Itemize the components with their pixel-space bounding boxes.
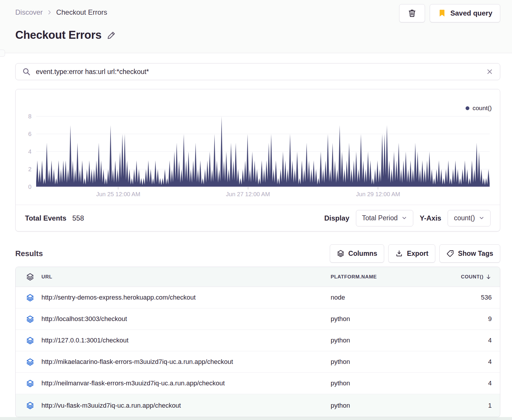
columns-button-label: Columns: [348, 250, 377, 258]
page-header: Discover Checkout Errors Saved query Che…: [0, 0, 512, 53]
events-chart-panel: count() 02468Jun 25 12:00 AMJun 27 12:00…: [15, 89, 500, 231]
row-drilldown-stack-icon[interactable]: [26, 337, 41, 345]
breadcrumb-current: Checkout Errors: [56, 8, 107, 16]
search-icon: [22, 67, 31, 76]
edit-title-icon[interactable]: [107, 31, 116, 40]
sidebar-collapse-handle[interactable]: [0, 50, 5, 57]
search-bar[interactable]: [15, 63, 500, 80]
row-url[interactable]: http://vu-flask-m3uuizd7iq-uc.a.run.app/…: [41, 402, 331, 409]
row-drilldown-stack-icon[interactable]: [26, 401, 41, 409]
column-header-count[interactable]: COUNT(): [427, 274, 492, 280]
discover-saved-query-page: Discover Checkout Errors Saved query Che…: [0, 0, 512, 417]
row-platform: python: [331, 337, 427, 344]
trash-icon: [408, 9, 416, 18]
download-icon: [395, 250, 403, 257]
row-drilldown-stack-icon[interactable]: [26, 379, 41, 387]
show-tags-button-label: Show Tags: [458, 250, 493, 258]
events-chart[interactable]: 02468Jun 25 12:00 AMJun 27 12:00 AMJun 2…: [16, 89, 500, 205]
row-platform: node: [331, 294, 427, 301]
table-row: http://neilmanvar-flask-errors-m3uuizd7i…: [16, 373, 500, 394]
row-count: 4: [427, 337, 492, 344]
chart-canvas: [36, 110, 490, 193]
saved-query-button[interactable]: Saved query: [430, 4, 500, 22]
stack-layers-icon: [337, 250, 344, 257]
row-url[interactable]: http://127.0.0.1:3001/checkout: [41, 337, 331, 344]
row-count: 4: [427, 379, 492, 387]
row-url[interactable]: http://neilmanvar-flask-errors-m3uuizd7i…: [41, 379, 331, 387]
row-url[interactable]: http://localhost:3003/checkout: [41, 315, 331, 323]
row-drilldown-stack-icon[interactable]: [26, 315, 41, 323]
row-count: 4: [427, 358, 492, 366]
display-value: Total Period: [362, 214, 398, 222]
breadcrumb-discover[interactable]: Discover: [15, 8, 43, 16]
display-label: Display: [324, 214, 349, 222]
row-count: 1: [427, 402, 492, 409]
export-button-label: Export: [407, 250, 428, 258]
y-axis-value: count(): [454, 214, 475, 222]
row-count: 536: [427, 294, 492, 301]
tag-icon: [446, 250, 454, 257]
search-input[interactable]: [35, 68, 481, 76]
x-axis-tick-label: Jun 29 12:00 AM: [346, 191, 410, 198]
results-heading: Results: [15, 249, 43, 258]
header-stack-icon[interactable]: [26, 273, 41, 281]
display-select[interactable]: Total Period: [356, 210, 413, 226]
page-bottom-edge: [0, 417, 512, 420]
x-axis-tick-label: Jun 27 12:00 AM: [216, 191, 280, 198]
bookmark-icon: [438, 9, 446, 18]
delete-query-button[interactable]: [399, 4, 425, 22]
show-tags-button[interactable]: Show Tags: [439, 244, 500, 263]
table-row: http://127.0.0.1:3001/checkoutpython4: [16, 330, 500, 351]
page-title: Checkout Errors: [15, 29, 101, 41]
breadcrumb: Discover Checkout Errors: [15, 8, 107, 16]
count-header-label: COUNT(): [461, 274, 483, 280]
row-platform: python: [331, 402, 427, 409]
columns-button[interactable]: Columns: [330, 244, 384, 263]
legend-label: count(): [473, 105, 492, 112]
table-row: http://mikaelacarino-flask-errors-m3uuiz…: [16, 351, 500, 373]
y-axis-tick-label: 2: [18, 165, 31, 173]
total-events-label: Total Events: [25, 214, 66, 222]
column-header-platform[interactable]: PLATFORM.NAME: [331, 274, 427, 280]
row-platform: python: [331, 358, 427, 366]
header-actions: Saved query: [399, 4, 500, 22]
chevron-right-icon: [46, 9, 53, 16]
column-header-url[interactable]: URL: [41, 274, 331, 280]
chevron-down-icon: [479, 215, 484, 221]
table-row: http://vu-flask-m3uuizd7iq-uc.a.run.app/…: [16, 394, 500, 417]
y-axis-tick-label: 4: [18, 148, 31, 155]
export-button[interactable]: Export: [388, 244, 435, 263]
row-platform: python: [331, 315, 427, 323]
x-axis-tick-label: Jun 25 12:00 AM: [86, 191, 150, 198]
table-row: http://localhost:3003/checkoutpython9: [16, 308, 500, 330]
row-drilldown-stack-icon[interactable]: [26, 294, 41, 302]
legend-dot-icon: [466, 106, 469, 110]
chart-legend[interactable]: count(): [466, 105, 492, 112]
saved-query-label: Saved query: [450, 9, 492, 17]
total-events-value: 558: [72, 214, 84, 222]
row-url[interactable]: http://mikaelacarino-flask-errors-m3uuiz…: [41, 358, 331, 366]
y-axis-tick-label: 6: [18, 130, 31, 138]
y-axis-tick-label: 8: [18, 112, 31, 120]
table-body: http://sentry-demos-express.herokuapp.co…: [16, 287, 500, 417]
chart-footer: Total Events 558 Display Total Period Y-…: [16, 205, 500, 231]
table-header-row: URL PLATFORM.NAME COUNT(): [16, 267, 500, 287]
row-drilldown-stack-icon[interactable]: [26, 358, 41, 366]
chevron-down-icon: [401, 215, 407, 221]
y-axis-tick-label: 0: [18, 183, 31, 191]
table-row: http://sentry-demos-express.herokuapp.co…: [16, 287, 500, 308]
y-axis-label: Y-Axis: [420, 214, 441, 222]
row-platform: python: [331, 379, 427, 387]
sort-desc-arrow-icon: [485, 274, 492, 280]
results-table: URL PLATFORM.NAME COUNT() http://sentry-…: [15, 267, 500, 417]
row-url[interactable]: http://sentry-demos-express.herokuapp.co…: [41, 294, 331, 301]
clear-search-icon[interactable]: [486, 68, 493, 75]
y-axis-select[interactable]: count(): [448, 210, 491, 226]
results-actions: Columns Export Show Tags: [330, 244, 500, 263]
row-count: 9: [427, 315, 492, 323]
